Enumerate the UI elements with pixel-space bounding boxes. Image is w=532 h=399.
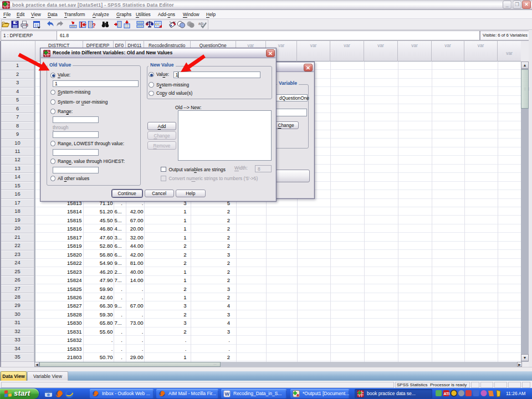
- svg-text:W: W: [224, 391, 229, 397]
- svg-text:ATI: ATI: [444, 392, 450, 396]
